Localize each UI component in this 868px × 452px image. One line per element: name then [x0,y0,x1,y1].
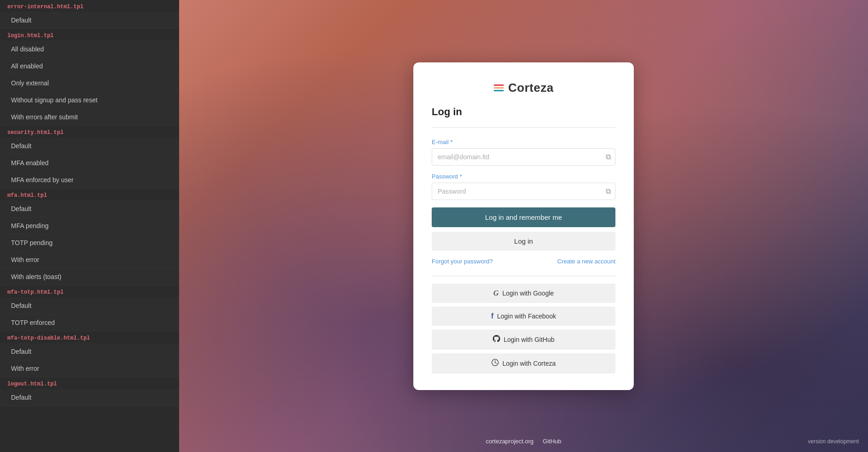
github-footer-link[interactable]: GitHub [543,438,561,445]
sidebar-item[interactable]: With error [0,251,179,268]
password-label: Password * [432,173,615,180]
corteza-icon [491,359,499,368]
sidebar-item[interactable]: With errors after submit [0,109,179,126]
sidebar-item[interactable]: TOTP enforced [0,314,179,331]
sidebar-section-header: security.html.tpl [0,126,179,138]
sidebar-item[interactable]: Only external [0,75,179,92]
social-divider [432,276,615,276]
google-login-button[interactable]: G Login with Google [432,284,615,303]
email-group: E-mail * ⧉ [432,139,615,166]
login-remember-button[interactable]: Log in and remember me [432,207,615,227]
sidebar-section-header: mfa-totp.html.tpl [0,285,179,297]
create-account-link[interactable]: Create a new account [558,258,615,265]
login-card: Corteza Log in E-mail * ⧉ Password * ⧉ L… [413,62,634,390]
sidebar-item[interactable]: With error [0,360,179,377]
main-content: Corteza Log in E-mail * ⧉ Password * ⧉ L… [179,0,868,452]
email-label: E-mail * [432,139,615,145]
sidebar-item[interactable]: All disabled [0,41,179,58]
logo-icon [494,84,504,91]
github-icon [493,335,500,344]
login-title: Log in [432,106,615,118]
github-label: Login with GitHub [504,336,555,343]
password-input[interactable] [432,183,615,200]
corteza-project-link[interactable]: cortezaproject.org [486,438,534,445]
sidebar-section-header: error-internal.html.tpl [0,0,179,12]
google-icon: G [493,289,499,297]
github-login-button[interactable]: Login with GitHub [432,329,615,350]
sidebar-section-header: login.html.tpl [0,29,179,41]
main-footer: cortezaproject.org GitHub [486,438,562,445]
facebook-login-button[interactable]: f Login with Facebook [432,307,615,326]
sidebar-item[interactable]: Default [0,389,179,406]
password-input-wrapper: ⧉ [432,183,615,200]
sidebar-item[interactable]: MFA pending [0,218,179,234]
sidebar-item[interactable]: Default [0,12,179,29]
password-copy-icon[interactable]: ⧉ [606,187,611,195]
sidebar-section-header: mfa-totp-disable.html.tpl [0,331,179,343]
logo-line-teal [494,90,504,91]
sidebar-item[interactable]: Default [0,201,179,218]
email-input-wrapper: ⧉ [432,148,615,166]
logo-text: Corteza [508,81,554,95]
sidebar-item[interactable]: Default [0,343,179,360]
sidebar-item[interactable]: Without signup and pass reset [0,92,179,109]
email-input[interactable] [432,148,615,166]
title-divider [432,127,615,128]
logo-line-orange [494,87,504,89]
sidebar-item[interactable]: Default [0,138,179,155]
sidebar-item[interactable]: Default [0,297,179,314]
login-links: Forgot your password? Create a new accou… [432,258,615,265]
login-button[interactable]: Log in [432,232,615,251]
corteza-label: Login with Corteza [502,360,556,367]
version-label: version development [808,438,859,445]
facebook-label: Login with Facebook [497,312,556,320]
password-group: Password * ⧉ [432,173,615,200]
logo-line-red [494,84,504,86]
sidebar-section-header: logout.html.tpl [0,377,179,389]
sidebar-item[interactable]: With alerts (toast) [0,268,179,285]
corteza-login-button[interactable]: Login with Corteza [432,353,615,374]
logo-area: Corteza [432,81,615,95]
facebook-icon: f [491,312,493,320]
forgot-password-link[interactable]: Forgot your password? [432,258,493,265]
sidebar: error-internal.html.tplDefaultlogin.html… [0,0,179,452]
sidebar-item[interactable]: TOTP pending [0,234,179,251]
sidebar-section-header: mfa.html.tpl [0,189,179,201]
sidebar-item[interactable]: All enabled [0,58,179,75]
sidebar-item[interactable]: MFA enforced by user [0,172,179,189]
email-copy-icon[interactable]: ⧉ [606,153,611,161]
sidebar-item[interactable]: MFA enabled [0,155,179,172]
google-label: Login with Google [502,290,554,297]
